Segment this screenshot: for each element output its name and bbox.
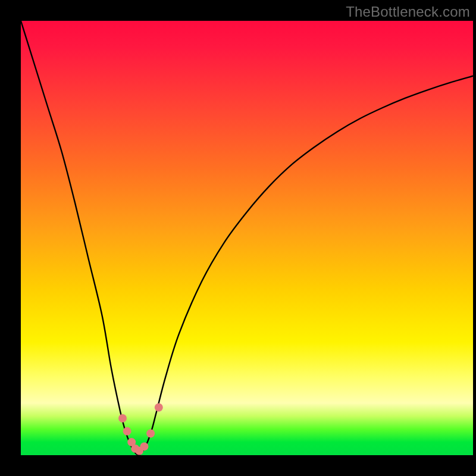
curve-layer — [21, 21, 473, 455]
curve-marker — [146, 430, 155, 438]
curve-marker — [123, 427, 131, 436]
curve-marker — [118, 414, 127, 422]
bottleneck-curve — [21, 21, 473, 455]
chart-frame: TheBottleneck.com — [0, 0, 476, 476]
watermark-text: TheBottleneck.com — [346, 4, 470, 20]
plot-area — [21, 21, 473, 455]
curve-marker — [155, 403, 163, 412]
curve-marker — [140, 442, 148, 450]
